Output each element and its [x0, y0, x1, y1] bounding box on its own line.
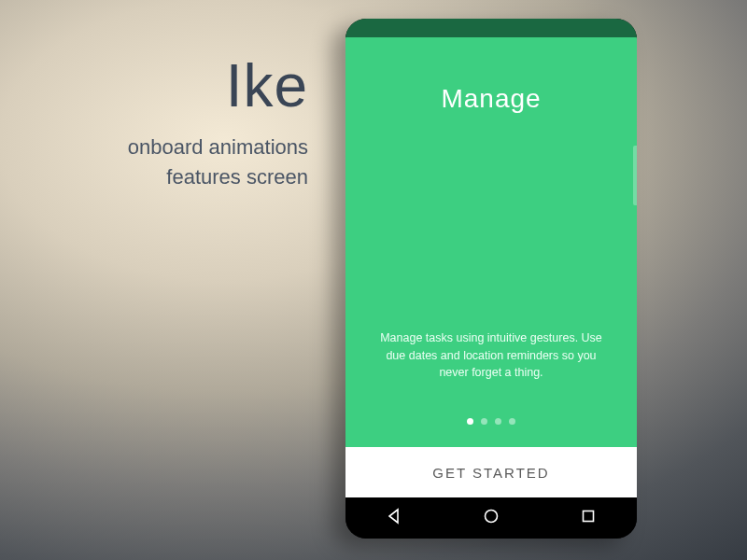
page-dot-3[interactable] [495, 418, 501, 425]
page-dot-2[interactable] [481, 418, 487, 425]
phone-frame: Manage Manage tasks using intuitive gest… [345, 19, 637, 539]
marketing-subline-2: features screen [0, 162, 308, 192]
onboarding-title: Manage [441, 84, 541, 114]
marketing-subline-1: onboard animations [0, 133, 308, 162]
nav-recent-button[interactable] [560, 509, 616, 527]
scroll-indicator [633, 146, 637, 205]
page-indicator[interactable] [345, 418, 637, 425]
back-triangle-icon [386, 508, 402, 528]
android-statusbar [345, 19, 637, 37]
cta-bar: GET STARTED [345, 447, 637, 497]
onboarding-description: Manage tasks using intuitive gestures. U… [374, 329, 609, 382]
nav-back-button[interactable] [366, 508, 422, 528]
home-circle-icon [483, 508, 500, 528]
android-navbar [345, 497, 637, 539]
app-name: Ike [0, 56, 308, 116]
page-dot-1[interactable] [467, 418, 473, 425]
nav-home-button[interactable] [463, 508, 519, 528]
svg-rect-1 [584, 511, 594, 522]
page-dot-4[interactable] [509, 418, 515, 425]
recent-square-icon [581, 509, 596, 527]
get-started-button[interactable]: GET STARTED [432, 465, 549, 481]
onboarding-screen[interactable]: Manage Manage tasks using intuitive gest… [345, 37, 637, 447]
marketing-copy: Ike onboard animations features screen [0, 56, 308, 192]
svg-point-0 [486, 511, 498, 523]
